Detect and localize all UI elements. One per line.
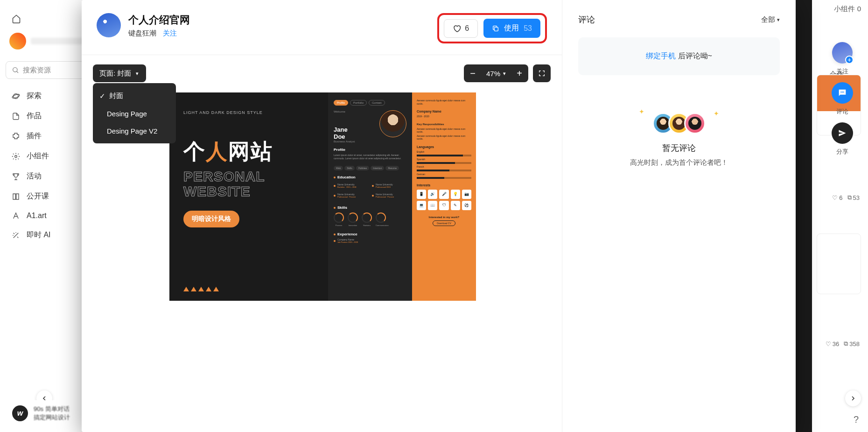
widget-icon — [12, 152, 20, 161]
bg-card1-stats: ♡ 6 ⧉ 53 — [832, 194, 860, 201]
design-preview[interactable]: LIGHT AND DARK DESIGN STYLE 个人网站 PERSONA… — [169, 92, 476, 301]
copy-icon — [492, 25, 499, 32]
heart-icon — [453, 24, 461, 33]
empty-title: 暂无评论 — [578, 142, 780, 154]
empty-avatar-3 — [684, 113, 706, 134]
sparkle-icon: ✦ — [714, 110, 719, 117]
chevron-down-icon: ▾ — [503, 71, 506, 77]
help-button[interactable]: ? — [854, 414, 859, 425]
design-badge: 明暗设计风格 — [183, 211, 239, 227]
a1-icon — [12, 212, 20, 220]
zoom-value-dropdown[interactable]: 47%▾ — [482, 64, 511, 82]
svg-rect-7 — [495, 27, 498, 31]
copy-icon: ⧉ 53 — [847, 194, 860, 201]
bind-phone-link[interactable]: 绑定手机 — [646, 52, 676, 60]
bg-card2-stats: ♡ 36 ⧉ 358 — [826, 340, 860, 347]
zoom-out-button[interactable]: − — [464, 64, 482, 82]
empty-state: ✦ ✦ 暂无评论 高光时刻，成为首个评论者吧！ — [578, 113, 780, 167]
scroll-right-button[interactable] — [845, 390, 861, 406]
search-placeholder: 搜索资源 — [23, 66, 51, 75]
resource-modal: ✕ 个人介绍官网 键盘狂潮 关注 6 使用 53 — [82, 0, 796, 432]
fab-comment-label: 评论 — [836, 107, 848, 116]
modal-header: 个人介绍官网 键盘狂潮 关注 6 使用 53 — [82, 0, 562, 55]
svg-point-0 — [13, 68, 17, 72]
book-icon — [12, 192, 20, 201]
page-selector-label: 页面: 封面 — [99, 69, 131, 78]
fab-follow-label: 关注 — [836, 67, 848, 76]
planet-icon — [12, 92, 20, 100]
footer-logo-icon: w — [12, 405, 28, 421]
heart-icon: ♡ 6 — [832, 194, 842, 201]
author-avatar[interactable] — [97, 13, 121, 37]
svg-point-2 — [12, 93, 20, 99]
file-icon — [12, 112, 20, 120]
plus-icon: + — [845, 56, 854, 64]
fab-share-label: 分享 — [836, 148, 848, 156]
close-button[interactable]: ✕ — [855, 8, 866, 24]
sparkle-icon: ✦ — [639, 108, 644, 115]
page-option-design[interactable]: Desing Page — [93, 105, 176, 122]
empty-subtitle: 高光时刻，成为首个评论者吧！ — [578, 158, 780, 167]
copy-icon: ⧉ 358 — [844, 340, 860, 347]
interests-grid: 📱🔊🎤💡📷 💻📖🛡✎⚽ — [417, 190, 471, 210]
fullscreen-button[interactable] — [533, 64, 551, 82]
trophy-icon — [12, 172, 20, 181]
svg-point-5 — [842, 92, 843, 92]
svg-point-3 — [15, 155, 17, 157]
fab-follow[interactable]: + — [832, 42, 853, 64]
page-selector[interactable]: 页面: 封面 ▾ — [93, 64, 146, 82]
zoom-in-button[interactable]: + — [511, 64, 528, 82]
project-title: 个人介绍官网 — [128, 13, 437, 27]
fab-comment[interactable] — [832, 82, 853, 104]
chevron-down-icon: ▾ — [136, 71, 139, 77]
author-name[interactable]: 键盘狂潮 — [128, 29, 156, 37]
follow-link[interactable]: 关注 — [163, 29, 177, 37]
design-tabs: Profile Portfolio Contact — [334, 100, 406, 106]
like-count: 6 — [465, 24, 469, 33]
bg-footer-card[interactable]: w 90s 简单对话 搞定网站设计 — [6, 400, 77, 426]
comments-panel: 评论 全部▾ 绑定手机 后评论呦~ ✦ ✦ 暂无评论 高光时刻，成为首个评论者吧… — [562, 0, 796, 432]
design-pills: WebSkillsHobbiesIntentionResume — [334, 166, 406, 170]
page-option-cover[interactable]: 封面 — [93, 87, 176, 105]
canvas-area: 页面: 封面 ▾ − 47%▾ + 封面 Desing Page Desing … — [82, 55, 562, 432]
design-title-cn: 个人网站 — [183, 137, 314, 166]
design-photo — [379, 110, 406, 137]
comments-filter[interactable]: 全部▾ — [761, 15, 780, 24]
footer-text: 90s 简单对话 搞定网站设计 — [34, 405, 70, 422]
zoom-group: − 47%▾ + — [464, 64, 528, 82]
svg-point-4 — [840, 92, 841, 92]
svg-point-6 — [843, 92, 844, 92]
wand-icon — [12, 231, 20, 240]
fab-column: + 关注 评论 分享 — [814, 42, 868, 156]
design-subtitle: LIGHT AND DARK DESIGN STYLE — [183, 110, 314, 115]
chevron-down-icon: ▾ — [777, 17, 780, 23]
heart-icon: ♡ 36 — [826, 340, 839, 347]
avatar — [9, 33, 26, 50]
comments-title: 评论 — [578, 14, 595, 25]
design-title-en: PERSONALWEBSITE — [183, 169, 314, 198]
puzzle-icon — [12, 132, 20, 141]
use-count: 53 — [524, 24, 532, 33]
page-dropdown-menu: 封面 Desing Page Desing Page V2 — [93, 83, 176, 143]
use-label: 使用 — [504, 23, 519, 33]
fab-share[interactable] — [832, 122, 853, 144]
annotation-highlight-box: 6 使用 53 — [437, 13, 547, 43]
use-button[interactable]: 使用 53 — [483, 19, 540, 38]
triangle-decor — [183, 287, 219, 291]
bind-phone-card: 绑定手机 后评论呦~ — [578, 37, 780, 75]
search-icon — [12, 66, 19, 74]
modal-main: 个人介绍官网 键盘狂潮 关注 6 使用 53 — [82, 0, 562, 432]
bg-related-card-2[interactable] — [817, 234, 861, 294]
like-button[interactable]: 6 — [444, 19, 478, 38]
page-option-design-v2[interactable]: Desing Page V2 — [93, 122, 176, 140]
